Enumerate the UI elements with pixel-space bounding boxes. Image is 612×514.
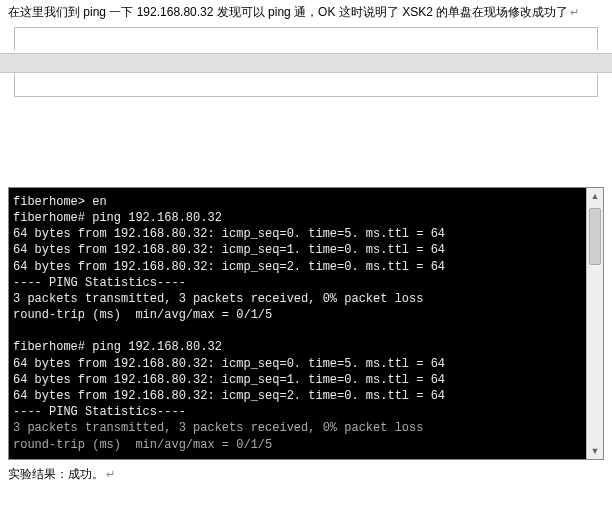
paragraph-mark-icon: ↵ [106,468,115,480]
terminal-output: fiberhome> en fiberhome# ping 192.168.80… [9,188,586,459]
terminal-window: fiberhome> en fiberhome# ping 192.168.80… [8,187,604,460]
scroll-up-arrow-icon[interactable]: ▲ [587,188,603,204]
terminal-highlighted-lines: 3 packets transmitted, 3 packets receive… [13,421,423,451]
page-root: 在这里我们到 ping 一下 192.168.80.32 发现可以 ping 通… [0,0,612,491]
result-paragraph: 实验结果：成功。↵ [0,460,612,491]
scroll-down-arrow-icon[interactable]: ▼ [587,443,603,459]
page-top-edge [14,27,598,50]
page-break-region [0,27,612,97]
page-bottom-edge [14,74,598,97]
vertical-scrollbar[interactable]: ▲ ▼ [586,188,603,459]
paragraph-mark-icon: ↵ [570,6,579,18]
scroll-thumb[interactable] [589,208,601,265]
intro-text: 在这里我们到 ping 一下 192.168.80.32 发现可以 ping 通… [8,5,568,19]
result-text: 实验结果：成功。 [8,467,104,481]
blank-spacer [0,97,612,187]
page-gap-bar [0,53,612,73]
intro-paragraph: 在这里我们到 ping 一下 192.168.80.32 发现可以 ping 通… [0,0,612,21]
